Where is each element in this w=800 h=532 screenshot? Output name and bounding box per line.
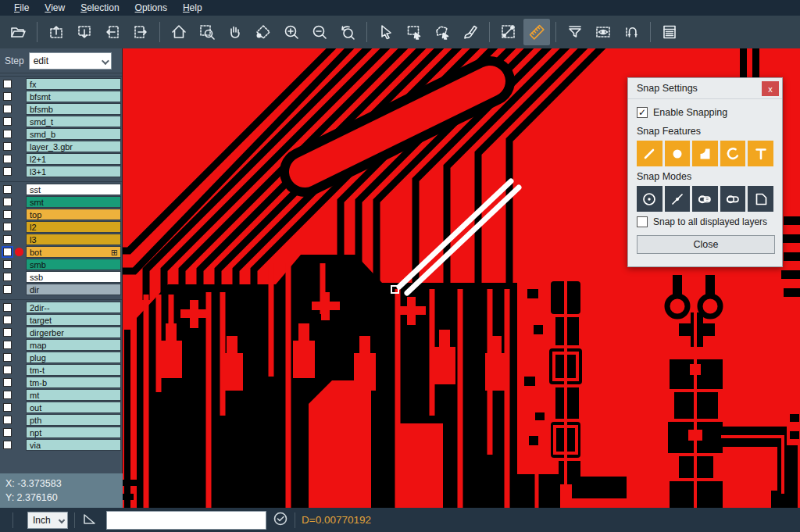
layer-checkbox[interactable] (3, 167, 12, 176)
layer-name[interactable]: bfsmb (26, 103, 121, 115)
layer-name[interactable]: smd_t (26, 116, 121, 127)
close-button[interactable]: Close (637, 235, 775, 254)
layer-checkbox[interactable] (3, 142, 12, 151)
layer-name[interactable]: l3 (26, 234, 121, 245)
layer-name[interactable]: via (26, 439, 121, 451)
layer-checkbox[interactable] (3, 403, 12, 412)
layer-name[interactable]: smt (26, 196, 121, 208)
layer-name[interactable]: dirgerber (26, 327, 121, 338)
layer-checkbox[interactable] (3, 105, 12, 113)
layer-name[interactable]: bfsmt (26, 91, 121, 102)
select-cursor-button[interactable] (373, 19, 399, 45)
layer-name[interactable]: mt (26, 389, 121, 401)
home-view-button[interactable] (166, 19, 192, 45)
layer-name[interactable]: sst (26, 184, 121, 195)
snap-all-checkbox[interactable] (637, 216, 648, 227)
layer-checkbox[interactable] (3, 198, 12, 206)
layer-name[interactable]: out (26, 402, 121, 413)
layer-checkbox[interactable] (3, 273, 12, 281)
zoom-in-button[interactable] (278, 19, 305, 45)
pan-up-button[interactable] (43, 19, 70, 45)
select-poly-button[interactable] (429, 19, 455, 45)
layer-name[interactable]: plug (26, 352, 121, 363)
zoom-previous-button[interactable] (334, 19, 361, 45)
layer-checkbox[interactable] (3, 248, 12, 256)
layer-name[interactable]: smb (26, 259, 121, 270)
snap-magnet-button[interactable] (618, 19, 645, 45)
dialog-title-bar[interactable]: Snap Settings x (628, 78, 782, 99)
layer-name[interactable]: tm-t (26, 364, 121, 376)
layer-name[interactable]: bot⊞ (26, 246, 121, 258)
layer-name[interactable]: l3+1 (26, 166, 121, 177)
layer-checkbox[interactable] (3, 391, 12, 399)
step-select[interactable]: edit (29, 52, 112, 70)
layer-name[interactable]: smd_b (26, 128, 121, 140)
snap-center-button[interactable] (637, 186, 662, 212)
menu-selection[interactable]: Selection (73, 1, 127, 15)
angle-mode-button[interactable] (81, 510, 98, 530)
layer-checkbox[interactable] (3, 378, 12, 387)
clean-brush-button[interactable] (457, 19, 484, 45)
layer-name[interactable]: dir (26, 284, 121, 295)
snap-arc-button[interactable] (720, 141, 746, 166)
snap-slot-left-button[interactable] (692, 186, 718, 212)
layer-checkbox[interactable] (3, 366, 12, 374)
layer-checkbox[interactable] (3, 210, 12, 219)
layer-name[interactable]: l2+1 (26, 153, 121, 165)
layer-checkbox[interactable] (3, 80, 12, 88)
snap-line-button[interactable] (637, 141, 662, 166)
menu-file[interactable]: File (6, 1, 37, 15)
ruler-button[interactable] (523, 19, 550, 45)
report-button[interactable] (656, 19, 683, 45)
move-vertex-button[interactable] (250, 19, 277, 45)
layer-checkbox[interactable] (3, 341, 12, 349)
pan-down-button[interactable] (71, 19, 98, 45)
layer-checkbox[interactable] (3, 185, 12, 194)
layer-checkbox[interactable] (3, 328, 12, 337)
layer-checkbox[interactable] (3, 316, 12, 324)
unit-select[interactable]: Inch (27, 512, 68, 529)
grid-icon[interactable]: ⊞ (111, 247, 118, 259)
snap-text-button[interactable] (748, 141, 773, 166)
command-input[interactable] (106, 511, 266, 530)
view-options-button[interactable] (590, 19, 616, 45)
measure-line-button[interactable] (495, 19, 522, 45)
layer-name[interactable]: pth (26, 414, 121, 426)
layer-name[interactable]: layer_3.gbr (26, 141, 121, 152)
snap-surface-button[interactable] (692, 141, 718, 166)
apply-button[interactable] (273, 511, 288, 530)
pan-right-button[interactable] (127, 19, 154, 45)
filter-button[interactable] (562, 19, 588, 45)
layer-checkbox[interactable] (3, 428, 12, 437)
layer-name[interactable]: ssb (26, 271, 121, 283)
enable-snapping-checkbox[interactable]: ✓ (637, 107, 648, 118)
layer-name[interactable]: map (26, 339, 121, 351)
snap-slot-right-button[interactable] (720, 186, 746, 212)
menu-view[interactable]: View (37, 1, 73, 15)
layer-checkbox[interactable] (3, 285, 12, 294)
snap-circle-button[interactable] (665, 141, 691, 166)
layer-name[interactable]: l2 (26, 221, 121, 233)
close-icon[interactable]: x (762, 81, 779, 96)
zoom-window-button[interactable] (194, 19, 220, 45)
pan-left-button[interactable] (99, 19, 126, 45)
layer-name[interactable]: tm-b (26, 377, 121, 388)
menu-options[interactable]: Options (127, 1, 175, 15)
layer-checkbox[interactable] (3, 92, 12, 101)
select-rect-button[interactable] (401, 19, 427, 45)
zoom-out-button[interactable] (306, 19, 333, 45)
snap-midpoint-button[interactable] (665, 186, 691, 212)
layer-checkbox[interactable] (3, 117, 12, 126)
layer-checkbox[interactable] (3, 155, 12, 163)
layer-name[interactable]: target (26, 314, 121, 326)
open-button[interactable] (5, 19, 31, 45)
layer-checkbox[interactable] (3, 235, 12, 244)
menu-help[interactable]: Help (175, 1, 210, 15)
layer-checkbox[interactable] (3, 130, 12, 138)
layer-checkbox[interactable] (3, 416, 12, 424)
layer-checkbox[interactable] (3, 303, 12, 312)
layer-checkbox[interactable] (3, 353, 12, 362)
layer-checkbox[interactable] (3, 441, 12, 449)
layer-name[interactable]: npt (26, 427, 121, 438)
layer-name[interactable]: 2dir-- (26, 302, 121, 313)
